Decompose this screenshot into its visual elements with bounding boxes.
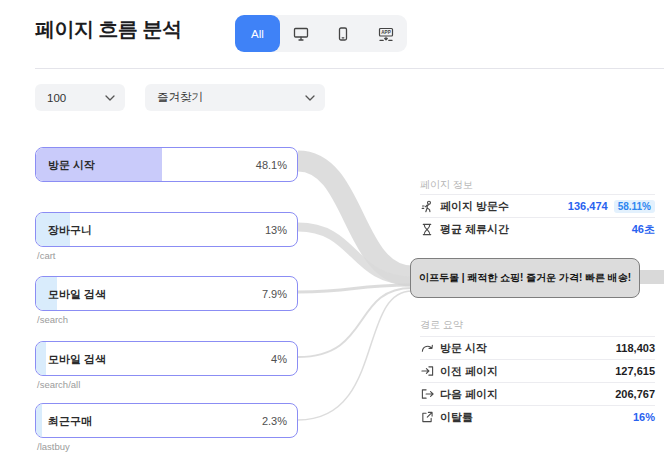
exit-rate-label: 이탈률 (440, 410, 473, 425)
next-page-label: 다음 페이지 (440, 387, 498, 402)
category-dropdown-value: 즐겨찾기 (157, 90, 203, 105)
node-path-url: /search (37, 314, 68, 325)
next-page-row: 다음 페이지 206,767 (420, 382, 655, 405)
prev-page-label: 이전 페이지 (440, 364, 498, 379)
flow-node-search-all[interactable]: 모바일 검색 4% (35, 341, 298, 376)
prev-page-icon (420, 365, 434, 377)
chevron-down-icon (305, 95, 315, 101)
node-path-url: /lastbuy (37, 441, 70, 452)
prev-page-value: 127,615 (615, 365, 655, 377)
limit-dropdown[interactable]: 100 (35, 84, 125, 111)
node-percent: 7.9% (262, 288, 287, 300)
node-percent: 13% (265, 224, 287, 236)
node-percent: 48.1% (256, 159, 287, 171)
device-filter-desktop-button[interactable] (280, 15, 322, 52)
path-summary-rows: 방문 시작 118,403 이전 페이지 127,615 다음 페이지 206,… (420, 336, 655, 428)
node-label: 방문 시작 (48, 157, 95, 172)
flow-node-search[interactable]: 모바일 검색 7.9% (35, 276, 298, 311)
header-divider (35, 68, 664, 69)
page-visits-share-badge: 58.11% (614, 200, 655, 213)
mobile-icon (338, 27, 348, 41)
selected-page-tooltip[interactable]: 이프두몰 | 쾌적한 쇼핑! 즐거운 가격! 빠른 배송! (410, 258, 640, 298)
next-page-icon (420, 388, 434, 400)
node-fill-bar (36, 342, 46, 375)
visit-start-label: 방문 시작 (440, 341, 487, 356)
app-icon: APP (378, 27, 394, 41)
page-info-rows: 페이지 방문수 136,474 58.11% 평균 체류시간 46초 (420, 194, 655, 240)
node-path-url: /cart (37, 250, 55, 261)
node-path-url: /search/all (37, 379, 80, 390)
exit-rate-icon (420, 411, 434, 423)
page-visits-label: 페이지 방문수 (440, 199, 509, 214)
avg-duration-row: 평균 체류시간 46초 (420, 217, 655, 240)
chevron-down-icon (105, 95, 115, 101)
node-label: 모바일 검색 (48, 351, 106, 366)
prev-page-row: 이전 페이지 127,615 (420, 359, 655, 382)
page-info-section-label: 페이지 정보 (420, 178, 473, 192)
page-visits-row: 페이지 방문수 136,474 58.11% (420, 194, 655, 217)
visit-start-row: 방문 시작 118,403 (420, 336, 655, 359)
device-filter-mobile-button[interactable] (322, 15, 364, 52)
flow-node-lastbuy[interactable]: 최근구매 2.3% (35, 403, 298, 438)
device-filter-app-button[interactable]: APP (365, 15, 407, 52)
exit-rate-row: 이탈률 16% (420, 405, 655, 428)
path-summary-section-label: 경로 요약 (420, 318, 463, 332)
avg-duration-value: 46초 (632, 222, 655, 237)
visit-start-value: 118,403 (616, 342, 655, 354)
node-fill-bar (36, 404, 42, 437)
avg-duration-label: 평균 체류시간 (440, 222, 509, 237)
device-filter: All APP (235, 15, 407, 52)
curved-arrow-icon (420, 343, 434, 353)
node-label: 모바일 검색 (48, 286, 106, 301)
svg-text:APP: APP (381, 30, 390, 35)
category-dropdown[interactable]: 즐겨찾기 (145, 84, 325, 111)
visitor-icon (420, 200, 434, 213)
flow-node-visit-start[interactable]: 방문 시작 48.1% (35, 147, 298, 182)
node-percent: 2.3% (262, 415, 287, 427)
page-flow-analysis-app: 페이지 흐름 분석 All APP 100 즐겨찾기 (0, 0, 664, 464)
device-filter-all-button[interactable]: All (235, 15, 280, 52)
page-title: 페이지 흐름 분석 (35, 16, 182, 43)
node-label: 최근구매 (48, 413, 92, 428)
hourglass-icon (420, 223, 434, 236)
node-percent: 4% (271, 353, 287, 365)
desktop-icon (293, 27, 309, 41)
limit-dropdown-value: 100 (47, 92, 66, 104)
node-label: 장바구니 (48, 222, 92, 237)
next-page-value: 206,767 (615, 388, 655, 400)
page-visits-value: 136,474 (568, 200, 608, 212)
flow-node-cart[interactable]: 장바구니 13% (35, 212, 298, 247)
exit-rate-value: 16% (633, 411, 655, 423)
